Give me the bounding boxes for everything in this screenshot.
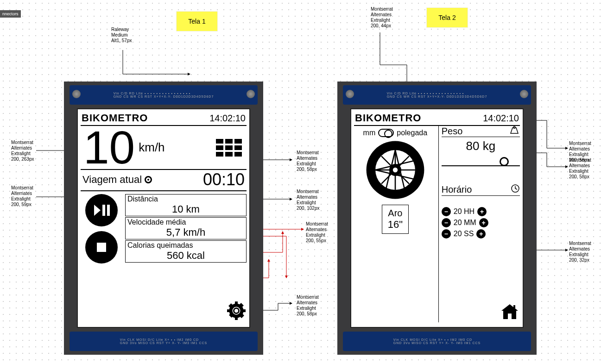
bars-icon[interactable]	[216, 139, 242, 157]
device-tela1[interactable]: Vin C/D RD Lite • • • • • • • • • • • • …	[64, 82, 263, 355]
pcb-top: Vin C/D RD Lite • • • • • • • • • • • • …	[343, 85, 531, 105]
screen-tela2: BIKOMETRO 14:02:10 mm polegada	[350, 108, 524, 328]
svg-point-26	[513, 126, 515, 128]
trip-timer: 00:10	[203, 170, 245, 189]
minus-button[interactable]: −	[442, 229, 451, 238]
stat-cal: Calorias queimadas 560 kcal	[125, 240, 247, 263]
screen-tela1: BIKOMETRO 14:02:10 10 km/h Viagem atual …	[77, 108, 250, 328]
svg-rect-2	[97, 243, 106, 252]
svg-rect-28	[513, 305, 515, 309]
gear-icon[interactable]	[227, 301, 246, 324]
screw-icon	[346, 90, 354, 98]
weight-icon	[509, 126, 520, 137]
annot-58a: Montserrat Alternates Extralight 200, 58…	[297, 150, 319, 172]
annot-raleway: Raleway Medium Alt1, 57px	[111, 27, 132, 44]
plus-button[interactable]: +	[479, 218, 488, 227]
ss-value: 20 SS	[454, 230, 474, 238]
dist-value: 10 km	[127, 203, 244, 215]
clock-text: 14:02:10	[483, 113, 519, 124]
mm-value: 20 MM	[454, 219, 476, 227]
minus-button[interactable]: −	[442, 218, 451, 227]
avg-value: 5,7 km/h	[127, 226, 244, 238]
annot-59: Montserrat Alternates Extralight 200, 59…	[11, 185, 33, 207]
record-icon	[145, 176, 152, 183]
peso-value: 80 kg	[442, 139, 520, 153]
pcb-bottom: Vin CLK MOSI D/C Lite X+ • • IM2 IM0 CDG…	[343, 332, 531, 351]
unit-in: polegada	[397, 129, 427, 137]
wheel-icon	[365, 140, 425, 200]
cal-label: Calorias queimadas	[127, 241, 244, 250]
home-icon[interactable]	[500, 303, 519, 324]
aro-value: 16"	[388, 219, 403, 231]
screw-icon	[520, 90, 528, 98]
annot-55: Montserrat Alternates Extralight 200, 55…	[306, 221, 328, 244]
unit-mm: mm	[363, 129, 376, 137]
screw-icon	[72, 90, 81, 98]
annot-58b: Montserrat Alternates Extralight 200, 58…	[297, 295, 319, 317]
aro-box[interactable]: Aro 16"	[382, 205, 409, 234]
minus-button[interactable]: −	[442, 207, 451, 216]
play-pause-button[interactable]	[85, 194, 118, 226]
plus-button[interactable]: +	[476, 229, 486, 238]
pcb-top: Vin C/D RD Lite • • • • • • • • • • • • …	[70, 85, 258, 105]
device-tela2[interactable]: Vin C/D RD Lite • • • • • • • • • • • • …	[337, 82, 537, 355]
svg-point-13	[234, 309, 238, 313]
stop-button[interactable]	[85, 231, 118, 264]
unit-toggle[interactable]	[378, 129, 394, 137]
peso-label: Peso	[442, 126, 463, 137]
aro-label: Aro	[388, 208, 403, 219]
sticky-tela2[interactable]: Tela 2	[426, 7, 468, 28]
cal-value: 560 kcal	[127, 250, 244, 262]
dist-label: Distância	[127, 195, 244, 203]
plus-button[interactable]: +	[477, 207, 487, 216]
annot-58d: Montserrat Alternates Extralight 200, 58…	[569, 157, 591, 180]
svg-rect-1	[107, 205, 110, 216]
stat-distance: Distância 10 km	[125, 194, 247, 216]
avg-label: Velocidade média	[127, 218, 244, 226]
pcb-bottom: Vin CLK MOSI D/C Lite X+ • • IM2 IM0 CDG…	[70, 332, 258, 351]
connectors-tab[interactable]: nnectors	[0, 10, 21, 18]
speed-value: 10	[83, 128, 135, 167]
clock-text: 14:02:10	[209, 113, 246, 124]
horario-label: Horário	[442, 184, 472, 195]
peso-slider[interactable]	[442, 155, 520, 166]
sticky-tela1[interactable]: Tela 1	[176, 11, 218, 31]
trip-label: Viagem atual	[82, 174, 142, 186]
clock-icon	[511, 184, 520, 195]
svg-rect-0	[102, 205, 105, 216]
annot-44: Montserrat Alternates Extralight 200, 44…	[371, 6, 393, 29]
speed-unit: km/h	[139, 140, 164, 155]
annot-263: Montserrat Alternates Extralight 200, 26…	[11, 140, 34, 162]
hh-value: 20 HH	[454, 207, 474, 216]
annot-102: Montserrat Alternates Extralight 200, 10…	[297, 189, 320, 211]
svg-point-25	[393, 168, 398, 172]
logo-text: BIKOMETRO	[355, 112, 421, 124]
screw-icon	[247, 90, 255, 98]
annot-32: Montserrat Alternates Extralight 200, 32…	[569, 241, 591, 263]
stat-avg: Velocidade média 5,7 km/h	[125, 217, 247, 239]
